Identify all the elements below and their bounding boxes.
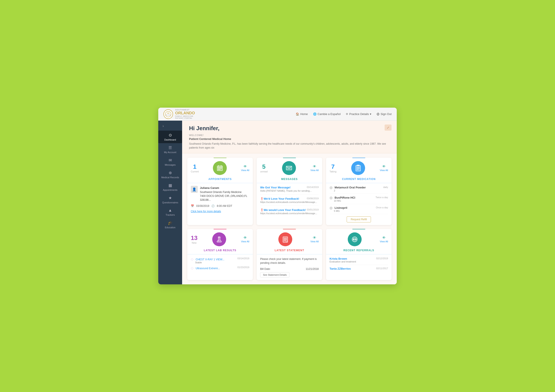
lab-card-header: 13 New 👁 View All: [187, 229, 253, 248]
lab-info-2: ◇ Ultrasound Extremi...: [191, 266, 220, 270]
lab-item-1: ◇ CHEST X-RAY 1 VIEW... Stable 03/14/201…: [191, 257, 249, 264]
msg-preview-3: https://ucstest.eclinicalweb.com/ucs/ren…: [260, 212, 319, 215]
provider-icon: 👤: [191, 186, 198, 193]
sidebar-collapse-button[interactable]: ›: [161, 122, 165, 130]
calendar-icon: 📅: [191, 204, 194, 207]
appt-time: 8:00 AM EDT: [217, 204, 232, 207]
lab-link-1[interactable]: CHEST X-RAY 1 VIEW...: [196, 258, 224, 261]
referrals-icon-circle: [348, 232, 362, 246]
messages-title: MESSAGES: [257, 177, 322, 183]
statement-card-body: Please check your latest statement. If p…: [257, 255, 322, 280]
med-icon-3: [329, 207, 333, 210]
language-icon: 🌐: [313, 112, 316, 116]
logo-text: SOUTHWEST ORLANDO FAMILY MEDICINE PATIEN…: [175, 109, 195, 119]
lab-icon-2: ◇: [191, 266, 193, 270]
ref-date-1: 02/12/2019: [376, 257, 388, 260]
med-name-2: BusPiRone HCl: [335, 196, 355, 199]
svg-rect-10: [218, 169, 219, 170]
ref-date-2: 02/11/2017: [376, 267, 388, 270]
med-item-2: BusPiRone HCl 10 MG Twice a day: [329, 196, 388, 204]
referrals-card: 👁 View All RECENT REFERRALS 02/12/2019 K…: [326, 229, 392, 280]
messages-viewall[interactable]: 👁 View All: [310, 164, 319, 171]
medrecords-icon: ⊕: [169, 171, 172, 175]
sidebar-item-messages[interactable]: ✉ Messages: [158, 156, 182, 168]
referrals-card-header: 👁 View All: [326, 229, 392, 248]
med-info-3: Lisinopril 5 MG: [329, 206, 347, 212]
lab-date-2: 01/23/2019: [237, 266, 249, 270]
sidebar-item-label: Appointments: [163, 189, 177, 191]
referrals-viewall[interactable]: 👁 View All: [380, 236, 388, 243]
referrals-card-body: 02/12/2019 Krista Brown Evaluation and t…: [326, 255, 392, 280]
appointment-details: 📅 03/30/2019 🕗 8:00 AM EDT: [191, 204, 249, 207]
med-dose-3: 5 MG: [334, 210, 347, 212]
eye-icon: 👁: [313, 164, 316, 169]
provider-name: Juliana Caram: [200, 186, 249, 190]
statement-title: LATEST STATEMENT: [257, 248, 322, 255]
med-item-3: Lisinopril 5 MG Once a day: [329, 206, 388, 214]
eye-icon: 👁: [243, 236, 247, 240]
home-link[interactable]: 🏠 Home: [296, 112, 308, 116]
eye-icon: 👁: [313, 236, 316, 240]
expand-button[interactable]: ⤢: [385, 125, 392, 131]
lab-results-card: 13 New 👁 View All: [187, 229, 253, 280]
svg-rect-8: [219, 168, 220, 169]
sidebar-item-appointments[interactable]: ▦ Appointments: [158, 181, 182, 193]
messages-card: 5 unread 👁 View All: [257, 158, 322, 225]
message-item-3: 03/01/2019 ❗We would Love Your Feedback!…: [260, 208, 319, 217]
appointments-viewall[interactable]: 👁 View All: [241, 164, 249, 171]
svg-rect-9: [221, 168, 222, 169]
messages-card-body: 03/14/2019 We Got Your Message! Hello [P…: [257, 183, 322, 225]
lab-viewall[interactable]: 👁 View All: [241, 236, 249, 243]
sidebar-item-education[interactable]: 🎓 Education: [158, 218, 182, 231]
eye-icon: 👁: [382, 236, 386, 240]
referral-item-2: 02/11/2017 Tania ZZBerrios: [329, 267, 388, 272]
eye-icon: 👁: [382, 164, 386, 169]
appointments-count: 1: [193, 163, 197, 170]
welcome-subtitle: Patient Centered Medical Home: [189, 137, 390, 141]
med-dose-1: 2: [334, 189, 366, 192]
questionnaires-icon: ★: [168, 196, 172, 200]
welcome-banner: Hi Jennifer, WELCOME! Patient Centered M…: [182, 121, 397, 153]
sidebar-item-dashboard[interactable]: ⊙ Dashboard: [158, 131, 182, 143]
med-item-1: Metamucil Oral Powder 2 daily: [329, 186, 388, 194]
med-name-1: Metamucil Oral Powder: [335, 186, 366, 189]
lab-card-body: ◇ CHEST X-RAY 1 VIEW... Stable 03/14/201…: [187, 255, 253, 280]
sidebar-item-questionnaires[interactable]: ★ Questionnaires: [158, 193, 182, 206]
appt-detail-link[interactable]: Click here for more details: [191, 210, 221, 213]
lab-link-2[interactable]: Ultrasound Extremi...: [196, 267, 220, 270]
med-info-2: BusPiRone HCl 10 MG: [329, 196, 355, 202]
sidebar-item-medical-records[interactable]: ⊕ Medical Records: [158, 168, 182, 181]
signout-link[interactable]: ⏻ Sign Out: [377, 112, 392, 116]
practice-icon: ✛: [346, 112, 348, 116]
medication-count-label: Taking: [329, 170, 336, 173]
ref-desc-1: Evaluation and treatment: [329, 260, 388, 263]
appointments-icon-circle: [213, 161, 227, 175]
sidebar-item-label: Medical Records: [161, 176, 179, 179]
medication-title: CURRENT MEDICATION: [326, 177, 392, 183]
medication-count: 7: [331, 163, 335, 170]
statement-viewall[interactable]: 👁 View All: [310, 236, 319, 243]
messages-icon: ✉: [169, 158, 172, 163]
logo-circle: SW ORLANDO: [163, 109, 173, 119]
medication-icon-circle: [351, 161, 365, 175]
trackers-icon: ▲: [168, 208, 172, 213]
msg-date-1: 03/14/2019: [307, 186, 319, 188]
lab-count: 13: [191, 235, 197, 242]
language-link[interactable]: 🌐 Cambie a Español: [313, 112, 341, 116]
myaccount-icon: ☰: [168, 145, 172, 150]
messages-count-label: unread: [260, 170, 268, 173]
statement-details-button[interactable]: See Statement Details: [260, 272, 289, 278]
practice-link[interactable]: ✛ Practice Details ▾: [346, 112, 371, 116]
svg-rect-17: [357, 165, 359, 166]
welcome-text: Southwest Orlando Family Medicine, P.L. …: [189, 142, 390, 150]
statement-card-header: $ 👁 View All: [257, 229, 322, 248]
sidebar-item-myaccount[interactable]: ☰ My Account: [158, 143, 182, 156]
lab-title: LATEST LAB RESULTS: [187, 248, 253, 255]
appointments-card-body: 👤 Juliana Caram Southwest Orlando Family…: [187, 183, 253, 225]
medication-viewall[interactable]: 👁 View All: [380, 164, 388, 171]
request-refill-button[interactable]: Request Refill: [347, 216, 371, 222]
med-icon-1: [329, 186, 333, 189]
appointments-count-label: Current: [191, 170, 199, 173]
sidebar-item-trackers[interactable]: ▲ Trackers: [158, 206, 182, 218]
svg-text:SW: SW: [167, 112, 169, 114]
